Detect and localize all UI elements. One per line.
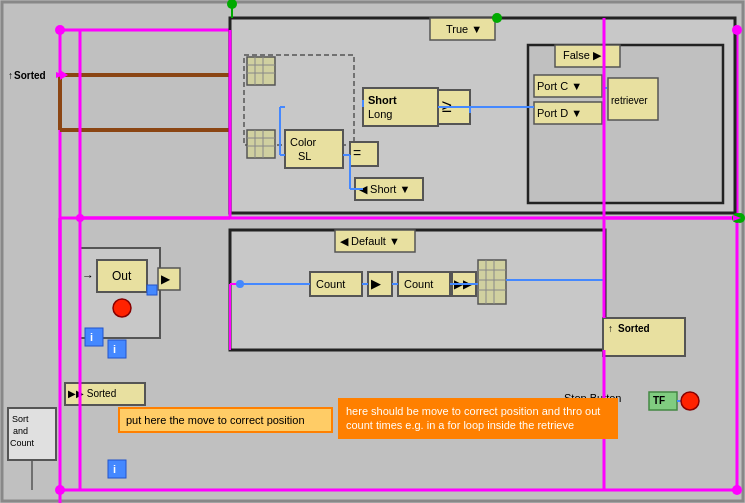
svg-rect-51 xyxy=(310,272,362,296)
svg-point-2 xyxy=(735,213,745,223)
svg-rect-16 xyxy=(555,45,620,67)
svg-rect-119 xyxy=(8,408,56,460)
svg-rect-38 xyxy=(247,57,275,85)
svg-text:▶: ▶ xyxy=(371,276,381,291)
svg-text:↑: ↑ xyxy=(8,70,13,81)
svg-text:i: i xyxy=(113,463,116,475)
svg-point-129 xyxy=(55,485,65,495)
svg-text:Count: Count xyxy=(404,278,433,290)
svg-text:Sorted: Sorted xyxy=(14,70,46,81)
svg-rect-34 xyxy=(534,102,602,124)
svg-point-127 xyxy=(732,485,742,495)
svg-text:Long: Long xyxy=(368,108,392,120)
svg-text:↑: ↑ xyxy=(608,323,613,334)
svg-rect-81 xyxy=(603,318,685,356)
svg-rect-65 xyxy=(80,248,160,338)
svg-rect-25 xyxy=(285,130,343,168)
svg-point-89 xyxy=(732,213,742,223)
svg-rect-70 xyxy=(158,268,180,290)
svg-text:TF: TF xyxy=(653,395,665,406)
svg-point-128 xyxy=(55,25,65,35)
svg-rect-74 xyxy=(147,285,157,295)
svg-text:◀ Short ▼: ◀ Short ▼ xyxy=(359,183,410,195)
svg-rect-53 xyxy=(368,272,392,296)
svg-text:▶▶ Sorted: ▶▶ Sorted xyxy=(68,388,116,399)
svg-rect-36 xyxy=(608,78,658,120)
svg-rect-57 xyxy=(452,272,476,296)
svg-rect-28 xyxy=(350,142,378,166)
svg-point-1 xyxy=(227,0,237,9)
svg-rect-30 xyxy=(355,178,423,200)
svg-text:Sort: Sort xyxy=(12,414,29,424)
svg-rect-13 xyxy=(430,18,495,40)
svg-point-126 xyxy=(732,25,742,35)
svg-text:◀ Default ▼: ◀ Default ▼ xyxy=(340,235,400,247)
svg-rect-23 xyxy=(438,90,470,124)
svg-rect-55 xyxy=(398,272,450,296)
svg-point-108 xyxy=(236,280,244,288)
svg-text:Color: Color xyxy=(290,136,317,148)
svg-point-118 xyxy=(681,392,699,410)
svg-rect-18 xyxy=(244,55,354,145)
svg-rect-15 xyxy=(528,45,723,203)
svg-text:Count: Count xyxy=(10,438,35,448)
canvas: True ▼ False ▶ Short Long ≥ Color SL = ◀… xyxy=(0,0,745,503)
svg-rect-32 xyxy=(534,75,602,97)
comment-box-orange: here should be move to correct position … xyxy=(338,398,618,439)
svg-text:i: i xyxy=(90,331,93,343)
svg-text:retriever: retriever xyxy=(611,95,648,106)
svg-text:False ▶: False ▶ xyxy=(563,49,602,61)
svg-rect-72 xyxy=(85,328,103,346)
svg-text:Port C ▼: Port C ▼ xyxy=(537,80,582,92)
svg-text:Short: Short xyxy=(368,94,397,106)
svg-rect-84 xyxy=(65,383,145,405)
svg-rect-59 xyxy=(478,260,506,304)
svg-marker-91 xyxy=(733,487,741,493)
svg-text:→: → xyxy=(82,269,94,283)
comment-box-yellow: put here the move to correct position xyxy=(118,407,333,433)
svg-marker-136 xyxy=(56,72,64,78)
svg-text:▶: ▶ xyxy=(161,272,171,286)
svg-rect-115 xyxy=(649,392,677,410)
svg-rect-49 xyxy=(335,230,415,252)
svg-text:Port D ▼: Port D ▼ xyxy=(537,107,582,119)
svg-point-135 xyxy=(76,214,84,222)
svg-rect-12 xyxy=(230,18,735,213)
svg-text:True ▼: True ▼ xyxy=(446,23,482,35)
svg-rect-48 xyxy=(230,230,605,350)
svg-rect-112 xyxy=(108,340,126,358)
svg-marker-77 xyxy=(60,70,68,80)
svg-rect-43 xyxy=(247,130,275,158)
svg-point-69 xyxy=(113,299,131,317)
svg-point-88 xyxy=(492,13,502,23)
svg-rect-19 xyxy=(363,88,438,126)
svg-marker-90 xyxy=(733,215,741,221)
svg-text:Count: Count xyxy=(316,278,345,290)
svg-rect-66 xyxy=(97,260,147,292)
svg-text:▶▶: ▶▶ xyxy=(454,277,473,291)
svg-rect-124 xyxy=(108,460,126,478)
svg-text:Out: Out xyxy=(112,269,132,283)
svg-text:Sorted: Sorted xyxy=(618,323,650,334)
svg-text:≥: ≥ xyxy=(442,96,452,116)
svg-text:i: i xyxy=(113,343,116,355)
svg-text:and: and xyxy=(13,426,28,436)
svg-text:SL: SL xyxy=(298,150,311,162)
svg-text:=: = xyxy=(353,145,361,161)
